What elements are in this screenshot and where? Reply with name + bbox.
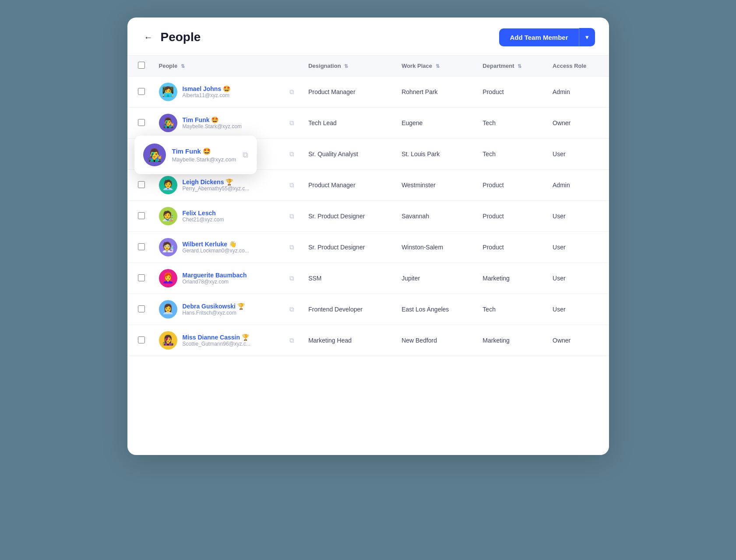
row-checkbox[interactable]	[138, 243, 145, 250]
person-cell-wrap: 👩‍🎤Miss Dianne Cassin 🏆Scottie_Gutmann96…	[159, 331, 295, 350]
person-name[interactable]: Marguerite Baumbach	[183, 272, 247, 279]
person-left: 🧑‍💼Leigh Dickens 🏆Perry_Abernathy55@xyz.…	[159, 176, 250, 194]
designation-cell: Frontend Developer	[301, 294, 394, 325]
workplace-cell: Rohnert Park	[394, 77, 475, 108]
person-cell: 🧑‍🎨Felix LeschChet21@xyz.com⧉	[152, 201, 302, 232]
add-team-member-dropdown-button[interactable]: ▾	[579, 28, 595, 46]
person-name[interactable]: Tim Funk 🤩	[183, 116, 242, 123]
people-column-header[interactable]: People ⇅	[152, 56, 302, 77]
person-email: Orland78@xyz.com	[183, 279, 247, 285]
copy-icon[interactable]: ⧉	[289, 212, 294, 220]
copy-icon[interactable]: ⧉	[289, 150, 294, 158]
row-checkbox[interactable]	[138, 212, 145, 219]
access-role-cell: User	[546, 201, 609, 232]
row-checkbox[interactable]	[138, 305, 145, 312]
access-role-cell: User	[546, 294, 609, 325]
access-role-cell: Owner	[546, 325, 609, 356]
department-cell: Product	[475, 77, 546, 108]
row-checkbox[interactable]	[138, 181, 145, 188]
person-info: Marguerite BaumbachOrland78@xyz.com	[183, 272, 247, 285]
people-sort-icon: ⇅	[181, 63, 185, 69]
person-left: 👩‍🦰Marguerite BaumbachOrland78@xyz.com	[159, 269, 247, 287]
copy-icon[interactable]: ⧉	[289, 119, 294, 127]
person-name[interactable]: Wilbert Kerluke 👋	[183, 241, 249, 248]
workplace-cell: New Bedford	[394, 325, 475, 356]
row-checkbox[interactable]	[138, 119, 145, 126]
access-role-cell: User	[546, 263, 609, 294]
tooltip-copy-icon[interactable]: ⧉	[243, 150, 248, 160]
tooltip-avatar: 👨‍🎤	[143, 144, 166, 166]
add-team-member-button[interactable]: Add Team Member	[499, 28, 578, 46]
department-column-header[interactable]: Department ⇅	[475, 56, 546, 77]
access-role-column-header: Access Role	[546, 56, 609, 77]
person-left: 👨‍🎤Tim Funk 🤩Maybelle.Stark@xyz.com	[159, 114, 242, 132]
person-info: Miss Dianne Cassin 🏆Scottie_Gutmann96@xy…	[183, 334, 251, 347]
department-cell: Tech	[475, 294, 546, 325]
workplace-sort-icon: ⇅	[436, 63, 440, 69]
select-all-checkbox[interactable]	[138, 62, 145, 69]
person-cell: 🧑‍🔬Wilbert Kerluke 👋Gerard.Lockman0@xyz.…	[152, 232, 302, 263]
table-row: 👩‍💻Ismael Johns 🤩Alberta11@xyz.com⧉Produ…	[127, 77, 609, 108]
row-checkbox[interactable]	[138, 88, 145, 95]
person-cell-wrap: 🧑‍🔬Wilbert Kerluke 👋Gerard.Lockman0@xyz.…	[159, 238, 295, 256]
tooltip-name: Tim Funk 🤩	[172, 147, 236, 155]
tooltip-card: 👨‍🎤 Tim Funk 🤩 Maybelle.Stark@xyz.com ⧉	[134, 136, 257, 174]
workplace-cell: Winston-Salem	[394, 232, 475, 263]
main-card: ← People Add Team Member ▾ People	[127, 18, 609, 455]
department-cell: Product	[475, 232, 546, 263]
back-button[interactable]: ←	[141, 30, 155, 44]
table-row: 🧑‍🔬Wilbert Kerluke 👋Gerard.Lockman0@xyz.…	[127, 232, 609, 263]
table-row: 👨‍🎤Tim Funk 🤩Maybelle.Stark@xyz.com⧉Tech…	[127, 108, 609, 139]
tooltip-avatar-emoji: 👨‍🎤	[147, 148, 162, 162]
tooltip-info: Tim Funk 🤩 Maybelle.Stark@xyz.com	[172, 147, 236, 163]
avatar: 🧑‍💼	[159, 176, 177, 194]
workplace-cell: Eugene	[394, 108, 475, 139]
person-name[interactable]: Ismael Johns 🤩	[183, 85, 231, 92]
person-name[interactable]: Felix Lesch	[183, 210, 224, 217]
person-name[interactable]: Miss Dianne Cassin 🏆	[183, 334, 251, 341]
tooltip-email: Maybelle.Stark@xyz.com	[172, 156, 236, 163]
header-right: Add Team Member ▾	[499, 28, 595, 46]
copy-icon[interactable]: ⧉	[289, 336, 294, 344]
table-row: 👩‍💼Debra Gusikowski 🏆Hans.Fritsch@xyz.co…	[127, 294, 609, 325]
table-row: 👩‍🦰Marguerite BaumbachOrland78@xyz.com⧉S…	[127, 263, 609, 294]
copy-icon[interactable]: ⧉	[289, 243, 294, 251]
screen-background: ← People Add Team Member ▾ People	[0, 0, 736, 560]
department-cell: Marketing	[475, 263, 546, 294]
workplace-cell: East Los Angeles	[394, 294, 475, 325]
designation-cell: Sr. Product Designer	[301, 232, 394, 263]
workplace-cell: Savannah	[394, 201, 475, 232]
access-role-cell: User	[546, 139, 609, 170]
copy-icon[interactable]: ⧉	[289, 305, 294, 313]
copy-icon[interactable]: ⧉	[289, 274, 294, 282]
avatar: 👩‍💼	[159, 300, 177, 318]
workplace-cell: Westminster	[394, 170, 475, 201]
table-body: 👩‍💻Ismael Johns 🤩Alberta11@xyz.com⧉Produ…	[127, 77, 609, 356]
row-checkbox[interactable]	[138, 274, 145, 281]
copy-icon[interactable]: ⧉	[289, 181, 294, 189]
people-table: People ⇅ Designation ⇅ Work Place ⇅ De	[127, 56, 609, 356]
row-checkbox-cell	[127, 325, 152, 356]
table-row: 👩‍🎤Miss Dianne Cassin 🏆Scottie_Gutmann96…	[127, 325, 609, 356]
workplace-column-header[interactable]: Work Place ⇅	[394, 56, 475, 77]
person-left: 👩‍💻Ismael Johns 🤩Alberta11@xyz.com	[159, 83, 231, 101]
person-cell: 👩‍💼Debra Gusikowski 🏆Hans.Fritsch@xyz.co…	[152, 294, 302, 325]
access-role-cell: Owner	[546, 108, 609, 139]
person-name[interactable]: Leigh Dickens 🏆	[183, 178, 250, 186]
person-email: Scottie_Gutmann96@xyz.c...	[183, 341, 251, 347]
person-email: Perry_Abernathy55@xyz.c...	[183, 186, 250, 192]
designation-column-header[interactable]: Designation ⇅	[301, 56, 394, 77]
person-name[interactable]: Debra Gusikowski 🏆	[183, 303, 245, 310]
access-role-cell: User	[546, 232, 609, 263]
person-cell-wrap: 👩‍💻Ismael Johns 🤩Alberta11@xyz.com⧉	[159, 83, 295, 101]
checkbox-header	[127, 56, 152, 77]
person-cell: 👩‍🦰Marguerite BaumbachOrland78@xyz.com⧉	[152, 263, 302, 294]
avatar: 👩‍💻	[159, 83, 177, 101]
row-checkbox[interactable]	[138, 336, 145, 343]
row-checkbox-cell	[127, 294, 152, 325]
row-checkbox-cell	[127, 170, 152, 201]
designation-cell: Product Manager	[301, 77, 394, 108]
row-checkbox-cell	[127, 201, 152, 232]
person-info: Ismael Johns 🤩Alberta11@xyz.com	[183, 85, 231, 98]
copy-icon[interactable]: ⧉	[289, 88, 294, 96]
